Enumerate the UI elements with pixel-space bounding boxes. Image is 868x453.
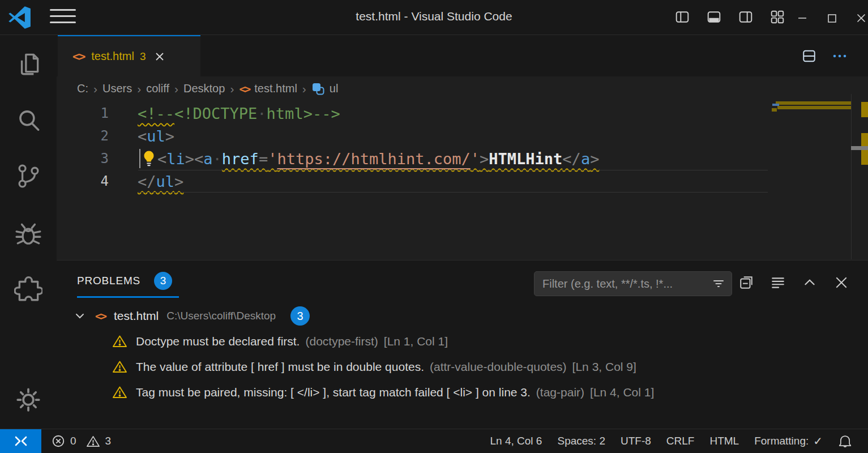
breadcrumb-separator-icon: › bbox=[302, 82, 306, 96]
warning-icon bbox=[112, 360, 127, 374]
code-token: < bbox=[138, 127, 147, 145]
problem-row-2[interactable]: The value of attribute [ href ] must be … bbox=[57, 354, 868, 379]
close-panel-icon[interactable] bbox=[833, 275, 849, 290]
filter-icon[interactable] bbox=[712, 277, 725, 290]
breadcrumb-separator-icon: › bbox=[137, 82, 141, 96]
code-token: html>--> bbox=[267, 105, 340, 122]
problem-location: [Ln 1, Col 1] bbox=[384, 335, 448, 348]
line-number: 2 bbox=[57, 128, 109, 144]
problem-row-3[interactable]: Tag must be paired, missing: [ </li> ], … bbox=[57, 379, 868, 405]
error-count: 0 bbox=[70, 435, 76, 447]
breadcrumb-item-users[interactable]: Users bbox=[102, 82, 132, 95]
close-window-button[interactable] bbox=[853, 11, 868, 25]
active-panel-tab-indicator bbox=[77, 296, 179, 298]
warning-icon bbox=[112, 335, 127, 348]
code-line-3[interactable]: 3<li><a·href='https://htmlhint.com/'>HTM… bbox=[57, 147, 868, 170]
html-file-icon: <> bbox=[239, 83, 250, 95]
source-control-icon[interactable] bbox=[0, 160, 57, 192]
status-item-formatting[interactable]: Formatting:✓ bbox=[754, 434, 823, 448]
manage-gear-icon[interactable] bbox=[0, 384, 57, 416]
search-icon[interactable] bbox=[0, 105, 57, 136]
explorer-icon[interactable] bbox=[0, 48, 57, 80]
breadcrumb-label: Desktop bbox=[183, 82, 225, 95]
line-number: 3 bbox=[57, 151, 109, 166]
breadcrumb-label: C: bbox=[77, 82, 88, 95]
warnings-icon bbox=[86, 435, 100, 448]
code-token: · bbox=[257, 105, 266, 122]
problem-location: [Ln 4, Col 1] bbox=[590, 386, 654, 399]
minimize-button[interactable] bbox=[794, 11, 811, 25]
toggle-panel-icon[interactable] bbox=[707, 10, 721, 24]
breadcrumb-item-desktop[interactable]: Desktop bbox=[183, 82, 225, 95]
notifications-bell[interactable] bbox=[838, 434, 852, 448]
more-actions-icon[interactable] bbox=[831, 48, 848, 65]
breadcrumb-item-c-[interactable]: C: bbox=[77, 82, 88, 95]
code-token: > bbox=[185, 150, 194, 168]
problems-file-group[interactable]: <>test.htmlC:\Users\coliff\Desktop3 bbox=[57, 304, 868, 328]
problems-count-badge: 3 bbox=[154, 272, 172, 290]
chevron-down-icon[interactable] bbox=[74, 310, 86, 322]
tab-problems[interactable]: PROBLEMS 3 bbox=[77, 272, 172, 290]
status-item-eol[interactable]: CRLF bbox=[666, 435, 695, 447]
current-line-highlight bbox=[138, 170, 768, 193]
remote-icon bbox=[12, 433, 29, 449]
problem-row-1[interactable]: Doctype must be declared first.(doctype-… bbox=[57, 328, 868, 354]
code-token: li bbox=[166, 150, 185, 168]
status-item-indentation[interactable]: Spaces: 2 bbox=[557, 435, 605, 447]
toggle-primary-sidebar-icon[interactable] bbox=[675, 10, 690, 24]
warning-icon bbox=[112, 386, 127, 399]
code-token: </ bbox=[562, 150, 581, 168]
status-item-cursor-position[interactable]: Ln 4, Col 6 bbox=[490, 435, 542, 447]
problem-message: The value of attribute [ href ] must be … bbox=[136, 360, 424, 374]
maximize-panel-icon[interactable] bbox=[802, 275, 818, 290]
code-token: > bbox=[590, 150, 599, 168]
problem-message: Doctype must be declared first. bbox=[136, 335, 300, 348]
customize-layout-icon[interactable] bbox=[770, 10, 785, 24]
collapse-all-icon[interactable] bbox=[738, 275, 754, 290]
tab-problems-count: 3 bbox=[140, 50, 146, 63]
vscode-window: test.html - Visual Studio Code bbox=[0, 0, 868, 453]
problems-file-path: C:\Users\coliff\Desktop bbox=[166, 310, 276, 322]
status-item-language-mode[interactable]: HTML bbox=[709, 435, 739, 447]
breadcrumb-label: test.html bbox=[254, 82, 297, 95]
tab-close-icon[interactable] bbox=[155, 52, 165, 62]
code-token: > bbox=[174, 173, 183, 190]
maximize-button[interactable] bbox=[823, 11, 840, 25]
errors-icon bbox=[52, 434, 65, 448]
breadcrumb-separator-icon: › bbox=[93, 82, 97, 96]
symbol-element-icon bbox=[311, 82, 325, 96]
breadcrumb-item-coliff[interactable]: coliff bbox=[146, 82, 169, 95]
code-editor[interactable]: 1<!--<!DOCTYPE·html>-->2<ul>3<li><a·href… bbox=[57, 101, 868, 260]
code-link[interactable]: https://htmlhint.com/ bbox=[277, 150, 470, 168]
view-as-table-icon[interactable] bbox=[770, 275, 786, 290]
status-item-encoding[interactable]: UTF-8 bbox=[621, 435, 651, 447]
code-token: ' bbox=[471, 150, 480, 168]
titlebar: test.html - Visual Studio Code bbox=[0, 0, 868, 35]
toggle-secondary-sidebar-icon[interactable] bbox=[738, 10, 753, 24]
code-line-1[interactable]: 1<!--<!DOCTYPE·html>--> bbox=[57, 102, 868, 125]
problems-summary[interactable]: 0 3 bbox=[52, 434, 111, 448]
split-editor-icon[interactable] bbox=[801, 48, 818, 65]
problems-filter-input[interactable] bbox=[535, 277, 712, 290]
run-and-debug-icon[interactable] bbox=[0, 218, 57, 250]
status-item-label: HTML bbox=[709, 435, 739, 447]
code-token: a bbox=[203, 150, 212, 168]
problem-source: (doctype-first) bbox=[305, 335, 378, 348]
code-token: ul bbox=[156, 173, 175, 190]
code-line-4[interactable]: 4</ul> bbox=[57, 170, 868, 193]
breadcrumb-item-test-html[interactable]: <>test.html bbox=[239, 82, 297, 95]
code-token: https://htmlhint.com/ bbox=[277, 150, 470, 168]
remote-indicator[interactable] bbox=[0, 429, 41, 453]
problem-location: [Ln 3, Col 9] bbox=[572, 360, 636, 374]
breadcrumb: C:›Users›coliff›Desktop›<>test.html›ul bbox=[57, 76, 772, 101]
tab-test-html[interactable]: <> test.html 3 bbox=[58, 35, 200, 76]
breadcrumb-item-ul[interactable]: ul bbox=[311, 82, 339, 96]
problems-file-name: test.html bbox=[114, 309, 159, 323]
code-tokens: <ul> bbox=[138, 127, 174, 145]
extensions-icon[interactable] bbox=[0, 273, 57, 305]
warning-count: 3 bbox=[105, 435, 112, 447]
lightbulb-icon[interactable] bbox=[142, 150, 156, 167]
code-line-2[interactable]: 2<ul> bbox=[57, 125, 868, 147]
tab-label: test.html bbox=[91, 50, 134, 63]
text-cursor bbox=[139, 149, 140, 168]
